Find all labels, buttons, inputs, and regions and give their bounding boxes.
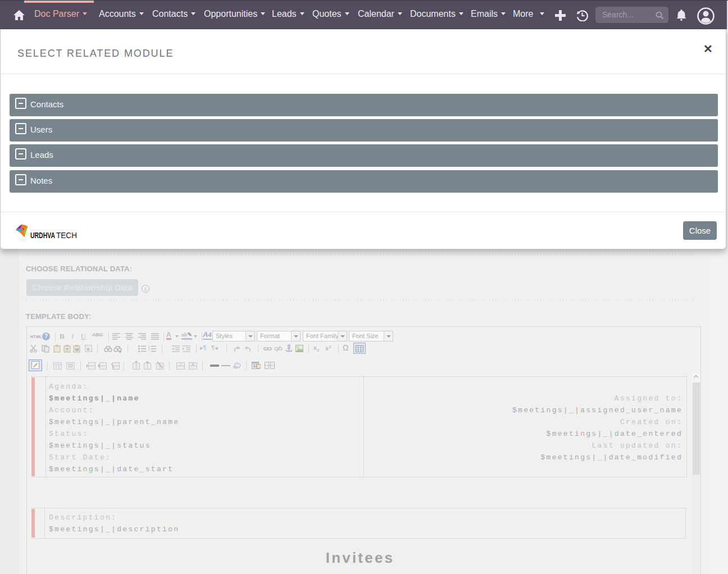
svg-text:T: T	[66, 347, 69, 352]
svg-text:TECH: TECH	[56, 230, 77, 240]
svg-text:B: B	[119, 350, 121, 353]
svg-text:W: W	[75, 347, 79, 352]
svg-text:URDHVA: URDHVA	[30, 230, 55, 240]
svg-text:a: a	[87, 347, 90, 352]
svg-text:2: 2	[148, 348, 150, 351]
